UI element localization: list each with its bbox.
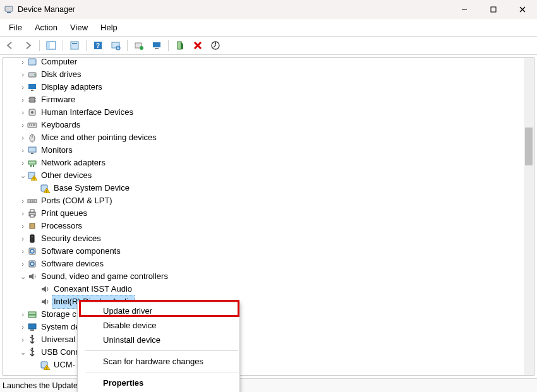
- tree-row[interactable]: ›Security devices: [3, 232, 524, 245]
- expand-icon[interactable]: ›: [18, 68, 27, 81]
- collapse-icon[interactable]: ⌄: [18, 346, 27, 359]
- tree-row[interactable]: ›Computer: [3, 58, 524, 68]
- expand-icon[interactable]: ›: [18, 333, 27, 346]
- tree-row-label: Security devices: [41, 232, 101, 245]
- scan-changes-button[interactable]: [208, 38, 223, 53]
- svg-rect-9: [72, 43, 77, 44]
- expand-icon[interactable]: ›: [18, 81, 27, 93]
- software-icon: [27, 246, 37, 256]
- scan-hardware-button[interactable]: [108, 38, 123, 53]
- tree-row[interactable]: ›Software components: [3, 245, 524, 258]
- tree-row-label: UCM-: [54, 359, 75, 371]
- mouse-icon: [27, 133, 37, 143]
- separator: [127, 40, 128, 51]
- expand-icon[interactable]: ›: [18, 245, 27, 258]
- svg-rect-7: [47, 42, 50, 49]
- separator: [86, 40, 87, 51]
- expand-icon[interactable]: ›: [18, 194, 27, 207]
- menu-file[interactable]: File: [3, 20, 28, 35]
- remote-computer-button[interactable]: [149, 38, 164, 53]
- tree-row-label: Software components: [41, 245, 121, 258]
- tree-row[interactable]: ›Human Interface Devices: [3, 106, 524, 119]
- sound-icon: [27, 271, 37, 282]
- expand-icon[interactable]: ›: [18, 232, 27, 245]
- tree-row-label: Base System Device: [54, 182, 130, 194]
- expand-icon[interactable]: ›: [18, 321, 27, 333]
- context-menu-item[interactable]: Uninstall device: [78, 333, 239, 347]
- context-menu-item[interactable]: Scan for hardware changes: [78, 354, 239, 369]
- expand-icon[interactable]: ›: [18, 58, 27, 68]
- tree-row[interactable]: Base System Device: [3, 182, 524, 194]
- expand-icon[interactable]: ›: [18, 119, 27, 131]
- tree-row-label: USB Conn: [41, 346, 80, 359]
- uninstall-device-button[interactable]: [190, 38, 205, 53]
- minimize-button[interactable]: [450, 0, 479, 19]
- collapse-icon[interactable]: ⌄: [18, 169, 27, 182]
- chip-icon: [27, 95, 37, 105]
- usb-icon: [27, 335, 37, 345]
- expand-icon[interactable]: ›: [18, 93, 27, 106]
- separator: [39, 40, 40, 51]
- tree-row[interactable]: ›Disk drives: [3, 68, 524, 81]
- tree-row[interactable]: Conexant ISST Audio: [3, 283, 524, 295]
- menu-view[interactable]: View: [64, 20, 94, 35]
- tree-row-label: Print queues: [41, 207, 87, 220]
- vertical-scrollbar[interactable]: [524, 58, 534, 375]
- tree-row[interactable]: ⌄Sound, video and game controllers: [3, 270, 524, 283]
- tree-row-label: Display adapters: [41, 81, 102, 93]
- enable-device-button[interactable]: [172, 38, 188, 53]
- close-button[interactable]: [508, 0, 537, 19]
- expand-icon[interactable]: ›: [18, 144, 27, 157]
- tree-row-label: Network adapters: [41, 157, 106, 169]
- context-menu-item[interactable]: Disable device: [78, 318, 239, 333]
- tree-row[interactable]: ›Processors: [3, 220, 524, 232]
- expand-icon[interactable]: ›: [18, 207, 27, 220]
- separator: [168, 40, 169, 51]
- update-driver-button[interactable]: [131, 38, 147, 53]
- tree-row-label: System de: [41, 321, 80, 333]
- scrollbar-thumb[interactable]: [525, 128, 533, 165]
- back-button[interactable]: [3, 38, 18, 53]
- expand-icon[interactable]: ›: [18, 308, 27, 321]
- tree-row[interactable]: ›Ports (COM & LPT): [3, 194, 524, 207]
- expand-icon[interactable]: ›: [18, 106, 27, 119]
- expand-icon[interactable]: ›: [18, 131, 27, 144]
- svg-rect-17: [155, 48, 159, 49]
- tree-row[interactable]: ›Keyboards: [3, 119, 524, 131]
- tree-row[interactable]: ›Print queues: [3, 207, 524, 220]
- expand-icon[interactable]: ›: [18, 258, 27, 270]
- svg-rect-8: [71, 42, 78, 49]
- properties-button[interactable]: [67, 38, 82, 53]
- menu-help[interactable]: Help: [94, 20, 124, 35]
- tree-row[interactable]: ›Software devices: [3, 258, 524, 270]
- printer-icon: [27, 208, 37, 218]
- network-icon: [27, 158, 37, 168]
- tree-row-label: Keyboards: [41, 119, 80, 131]
- tree-row-label: Other devices: [41, 169, 92, 182]
- context-menu-item[interactable]: Properties: [78, 376, 239, 390]
- tree-row-label: Ports (COM & LPT): [41, 194, 112, 207]
- tree-row[interactable]: ›Display adapters: [3, 81, 524, 93]
- svg-rect-12: [112, 42, 119, 48]
- software-icon: [27, 259, 37, 269]
- show-console-tree-button[interactable]: [44, 38, 59, 53]
- maximize-button[interactable]: [479, 0, 508, 19]
- svg-text:?: ?: [96, 42, 100, 49]
- expand-icon[interactable]: ›: [18, 220, 27, 232]
- titlebar[interactable]: Device Manager: [0, 0, 537, 19]
- forward-button[interactable]: [20, 38, 35, 53]
- context-menu-item[interactable]: Update driver: [78, 304, 239, 318]
- collapse-icon[interactable]: ⌄: [18, 270, 27, 283]
- menubar: File Action View Help: [0, 19, 537, 36]
- tree-row[interactable]: ›Mice and other pointing devices: [3, 131, 524, 144]
- help-button[interactable]: ?: [90, 38, 106, 53]
- expand-icon[interactable]: ›: [18, 157, 27, 169]
- tree-row[interactable]: ›Firmware: [3, 93, 524, 106]
- toolbar: ?: [0, 36, 537, 55]
- port-icon: [27, 196, 37, 206]
- tree-row[interactable]: ›Monitors: [3, 144, 524, 157]
- tree-row[interactable]: ⌄Other devices: [3, 169, 524, 182]
- tree-row[interactable]: ›Network adapters: [3, 157, 524, 169]
- statusbar-text: Launches the Update: [3, 381, 78, 390]
- menu-action[interactable]: Action: [28, 20, 64, 35]
